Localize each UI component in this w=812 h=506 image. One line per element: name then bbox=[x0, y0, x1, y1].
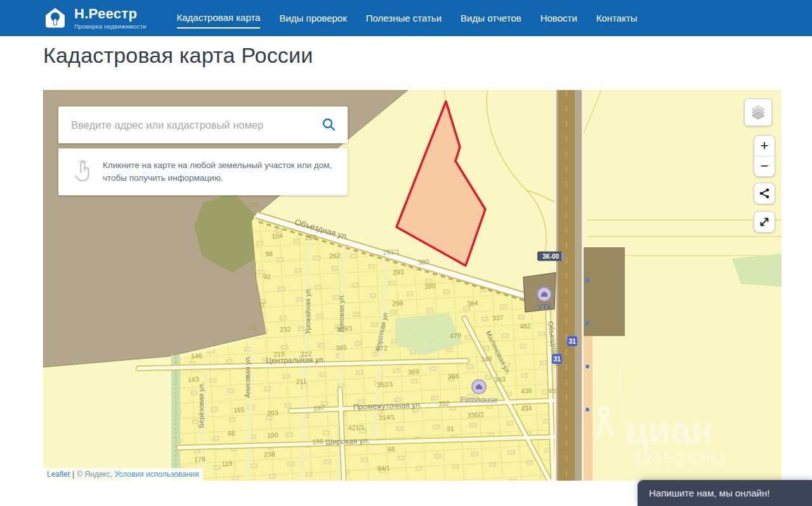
parcel-number: 146 bbox=[191, 352, 202, 360]
parcel-number: 190 bbox=[267, 431, 278, 439]
nav-item-novosti[interactable]: Новости bbox=[540, 9, 577, 27]
parcel-number: 222 bbox=[301, 350, 312, 358]
parcel-number: 232 bbox=[280, 325, 291, 334]
parcel-number: 165 bbox=[233, 406, 245, 414]
street-label: Анисовая ул. bbox=[244, 356, 251, 398]
parcel-number: 291/1 bbox=[383, 247, 400, 256]
parcel-number: 366 bbox=[448, 372, 459, 380]
parcel-number: 346 bbox=[481, 355, 492, 363]
parcel-number: 31 bbox=[447, 425, 454, 433]
parcel-number: 369 bbox=[408, 368, 419, 376]
parcel-number: 197 bbox=[313, 404, 325, 412]
parcel-number: 390 bbox=[424, 282, 436, 290]
road-badge-text: 31 bbox=[553, 355, 561, 363]
layers-button[interactable] bbox=[744, 98, 772, 126]
parcel-number: 238 bbox=[264, 450, 275, 458]
road-badge-text: 3К-00 bbox=[542, 253, 560, 260]
parcel-number: 335/2 bbox=[467, 410, 484, 418]
road-badge: 31 bbox=[567, 336, 577, 346]
parcel-number: 66 bbox=[388, 445, 395, 453]
parcel-number: 77 bbox=[258, 301, 265, 309]
logo-subtitle: Проверка недвижимости bbox=[74, 23, 147, 30]
parcel-number: 211 bbox=[296, 377, 307, 386]
nav-item-kontakty[interactable]: Контакты bbox=[596, 9, 638, 27]
nav-item-poleznye-stati[interactable]: Полезные статьи bbox=[366, 9, 442, 27]
zoom-control: + − bbox=[754, 135, 775, 177]
parcel-number: 380 bbox=[418, 258, 429, 266]
logo[interactable]: Н.Реестр Проверка недвижимости bbox=[43, 6, 147, 30]
parcel-number: 104 bbox=[272, 232, 283, 240]
parcel-number: 332 bbox=[438, 399, 450, 408]
parcel-number: 482 bbox=[520, 322, 531, 330]
parcel-number: 203 bbox=[267, 409, 278, 417]
parcel-number: 436 bbox=[521, 387, 532, 395]
layers-icon bbox=[750, 104, 766, 120]
logo-title: Н.Реестр bbox=[74, 7, 147, 21]
leaflet-link[interactable]: Leaflet bbox=[47, 470, 70, 479]
nav-item-kadastrovaya-karta[interactable]: Кадастровая карта bbox=[177, 8, 261, 29]
hand-click-icon bbox=[70, 158, 98, 186]
poi-label: Firmhouse bbox=[460, 396, 497, 405]
parcel-number: 219 bbox=[273, 350, 285, 358]
parcel-number: 343 bbox=[494, 375, 506, 384]
share-icon bbox=[759, 188, 770, 199]
map-hint: Кликните на карте на любой земельный уча… bbox=[58, 148, 348, 195]
parcel-number: 33 bbox=[249, 323, 256, 332]
parcel-number: 434 bbox=[521, 405, 532, 413]
parcel-number: 105 bbox=[248, 200, 259, 209]
fullscreen-button[interactable] bbox=[754, 211, 775, 233]
watermark-brand: циан bbox=[625, 409, 714, 450]
cadastral-map[interactable]: Объездная ул.Урожайная ул.Липовая ул.Кор… bbox=[43, 90, 782, 481]
road-badge-text: 31 bbox=[568, 337, 576, 345]
parcel-number: 352/1 bbox=[376, 380, 393, 388]
parcel-number: 421/1 bbox=[348, 423, 365, 431]
zoom-out-button[interactable]: − bbox=[754, 156, 775, 176]
nav-item-vidy-otchetov[interactable]: Виды отчетов bbox=[461, 9, 521, 27]
fullscreen-icon bbox=[759, 216, 770, 228]
parcel-number: 384 bbox=[467, 299, 478, 308]
header: Н.Реестр Проверка недвижимости Кадастров… bbox=[0, 0, 812, 36]
page-title: Кадастровая карта России bbox=[43, 43, 313, 68]
parcel-number: 293 bbox=[393, 268, 404, 276]
parcel-number: 119 bbox=[221, 460, 233, 468]
search-box bbox=[58, 107, 348, 143]
parcel-number: 262 bbox=[329, 252, 341, 260]
parcel-number: 98 bbox=[265, 250, 273, 258]
yandex-copyright: © Яндекс, bbox=[77, 470, 112, 479]
parcel-number: 298 bbox=[392, 299, 403, 308]
parcel-number: 385 bbox=[336, 344, 347, 352]
parcel-number: 196 bbox=[312, 438, 324, 446]
street-label: Берёзовая ул. bbox=[197, 382, 205, 428]
parcel-number: 479 bbox=[450, 332, 461, 340]
home-logo-icon bbox=[43, 6, 67, 30]
parcel-number: 314/1 bbox=[378, 413, 395, 421]
zoom-in-button[interactable]: + bbox=[754, 136, 775, 156]
road-badge: 31 bbox=[552, 354, 562, 364]
street-label: Широкая ул. bbox=[325, 436, 370, 446]
search-input[interactable] bbox=[70, 119, 318, 132]
parcel-number: 372 bbox=[376, 344, 388, 353]
terms-link[interactable]: Условия использования bbox=[114, 470, 199, 479]
parcel-number: 290 bbox=[305, 233, 317, 242]
parcel-number: 143 bbox=[188, 375, 199, 384]
parcel-number: 459 bbox=[548, 387, 560, 395]
parcel-number: 178 bbox=[194, 455, 206, 464]
chat-text: Напишите нам, мы онлайн! bbox=[649, 488, 769, 498]
parcel-number: 92 bbox=[263, 273, 271, 281]
chat-widget[interactable]: Напишите нам, мы онлайн! bbox=[638, 480, 812, 506]
main-nav: Кадастровая картаВиды проверокПолезные с… bbox=[177, 8, 638, 29]
map-attribution: Leaflet|© Яндекс, Условия использования bbox=[43, 468, 203, 481]
search-icon bbox=[321, 117, 336, 132]
watermark-number: 321534363 bbox=[632, 448, 727, 469]
parcel-number: 369/1 bbox=[336, 324, 353, 332]
map-hint-text: Кликните на карте на любой земельный уча… bbox=[103, 159, 339, 184]
attribution-separator: | bbox=[72, 470, 74, 479]
parcel-number: 94/1 bbox=[377, 464, 390, 472]
road-badge: 3К-00 bbox=[537, 252, 564, 261]
tree-strip bbox=[171, 355, 180, 481]
share-button[interactable] bbox=[754, 183, 775, 204]
street-label: Урожайная ул. bbox=[304, 287, 311, 334]
search-button[interactable] bbox=[318, 114, 339, 136]
nav-item-vidy-proverok[interactable]: Виды проверок bbox=[279, 9, 346, 27]
poi-label: УТК bbox=[537, 303, 553, 312]
